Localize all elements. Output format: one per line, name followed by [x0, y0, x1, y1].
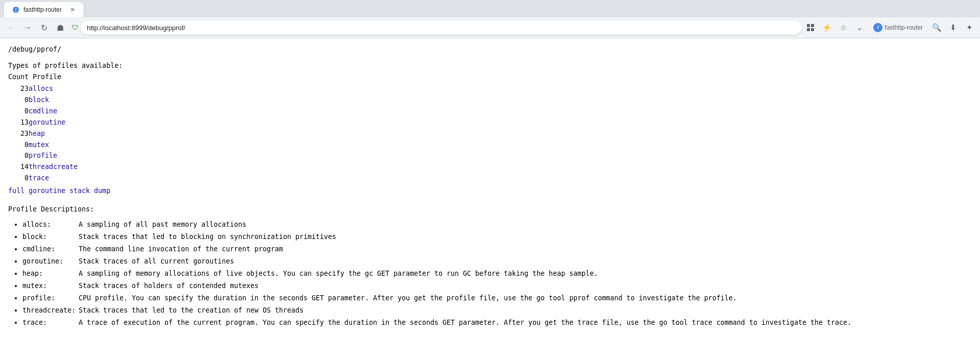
customize-icon[interactable]: ✦ [963, 21, 976, 34]
profile-cell: goroutine [29, 117, 78, 128]
desc-name: cmdline: [22, 243, 79, 255]
address-bar[interactable] [81, 20, 802, 35]
count-profile-header: Count Profile [8, 72, 972, 82]
table-row: 0 profile [8, 150, 78, 161]
page-title: /debug/pprof/ [8, 44, 972, 55]
desc-name: mutex: [22, 280, 79, 292]
desc-text: A sampling of memory allocations of live… [79, 270, 598, 277]
page-content: /debug/pprof/ Types of profiles availabl… [0, 38, 980, 335]
desc-text: Stack traces that led to blocking on syn… [79, 233, 336, 241]
profile-link[interactable]: heap [29, 130, 45, 137]
list-item: threadcreate:Stack traces that led to th… [22, 304, 972, 317]
tab-title: fasthttp-router [23, 6, 62, 13]
list-item: trace:A trace of execution of the curren… [22, 317, 972, 329]
descriptions-list: allocs:A sampling of all past memory all… [8, 219, 972, 328]
list-item: mutex:Stack traces of holders of contend… [22, 280, 972, 292]
download-icon[interactable]: ⬇ [946, 21, 960, 34]
count-cell: 14 [8, 161, 29, 173]
toolbar-right: ⚡ ☆ ⌄ f fasthttp-router 🔍 ⬇ ✦ [804, 21, 976, 34]
reload-button[interactable]: ↻ [37, 20, 51, 35]
svg-rect-4 [807, 28, 810, 31]
profile-cell: heap [29, 128, 78, 139]
count-cell: 0 [8, 173, 29, 184]
desc-name: profile: [22, 292, 79, 304]
bookmark-icon[interactable]: ☆ [836, 21, 850, 34]
back-button[interactable]: ← [4, 20, 18, 35]
desc-text: Stack traces of all current goroutines [79, 257, 234, 265]
table-row: 23 heap [8, 128, 78, 139]
profile-cell: trace [29, 173, 78, 184]
profile-table: 23 allocs 0 block 0 cmdline 13 goroutine… [8, 83, 78, 184]
profile-link[interactable]: cmdline [29, 107, 57, 115]
desc-text: Stack traces that led to the creation of… [79, 306, 303, 314]
extensions-grid-icon[interactable] [804, 21, 817, 34]
tab-close-icon[interactable]: ✕ [70, 6, 75, 13]
home-button[interactable]: ☗ [53, 20, 67, 35]
profile-cell: mutex [29, 139, 78, 151]
profile-link[interactable]: trace [29, 174, 49, 182]
desc-name: trace: [22, 317, 79, 329]
list-item: cmdline:The command line invocation of t… [22, 243, 972, 255]
forward-button[interactable]: → [20, 20, 35, 35]
desc-text: A sampling of all past memory allocation… [79, 221, 246, 228]
profile-link[interactable]: mutex [29, 141, 49, 149]
profile-link[interactable]: allocs [29, 85, 53, 92]
desc-text: A trace of execution of the current prog… [79, 319, 851, 326]
extension-avatar: f [873, 23, 882, 32]
types-header: Types of profiles available: [8, 61, 972, 71]
count-cell: 0 [8, 106, 29, 117]
profile-link[interactable]: goroutine [29, 118, 65, 126]
profile-cell: threadcreate [29, 161, 78, 173]
profile-link[interactable]: profile [29, 152, 57, 159]
performance-icon[interactable]: ⚡ [820, 21, 833, 34]
full-dump-link[interactable]: full goroutine stack dump [8, 186, 972, 196]
list-item: goroutine:Stack traces of all current go… [22, 255, 972, 268]
search-icon[interactable]: 🔍 [930, 21, 943, 34]
count-cell: 13 [8, 117, 29, 128]
tab-favicon: f [12, 6, 19, 13]
desc-text: CPU profile. You can specify the duratio… [79, 294, 737, 302]
bookmark-menu-icon[interactable]: ⌄ [853, 21, 866, 34]
desc-text: The command line invocation of the curre… [79, 245, 283, 253]
count-cell: 0 [8, 150, 29, 161]
table-row: 0 mutex [8, 139, 78, 151]
desc-name: threadcreate: [22, 304, 79, 317]
desc-text: Stack traces of holders of contended mut… [79, 282, 258, 290]
profile-link[interactable]: block [29, 96, 49, 104]
list-item: allocs:A sampling of all past memory all… [22, 219, 972, 231]
svg-rect-3 [811, 24, 814, 27]
count-cell: 23 [8, 128, 29, 139]
desc-name: allocs: [22, 219, 79, 231]
table-row: 23 allocs [8, 83, 78, 94]
table-row: 13 goroutine [8, 117, 78, 128]
profile-cell: allocs [29, 83, 78, 94]
svg-rect-5 [811, 28, 814, 31]
list-item: block:Stack traces that led to blocking … [22, 231, 972, 243]
profile-link[interactable]: threadcreate [29, 163, 78, 171]
list-item: heap:A sampling of memory allocations of… [22, 268, 972, 280]
table-row: 0 trace [8, 173, 78, 184]
security-icon: 🛡 [71, 23, 79, 32]
list-item: profile:CPU profile. You can specify the… [22, 292, 972, 304]
desc-name: heap: [22, 268, 79, 280]
profile-cell: block [29, 94, 78, 106]
desc-name: block: [22, 231, 79, 243]
count-cell: 23 [8, 83, 29, 94]
tab-bar: f fasthttp-router ✕ [0, 0, 980, 17]
count-cell: 0 [8, 94, 29, 106]
extension-button[interactable]: f fasthttp-router [869, 21, 927, 34]
descriptions-header: Profile Descriptions: [8, 204, 972, 215]
profile-cell: profile [29, 150, 78, 161]
table-row: 0 cmdline [8, 106, 78, 117]
toolbar: ← → ↻ ☗ 🛡 ⚡ ☆ ⌄ f fasthttp-router [0, 17, 980, 38]
table-row: 0 block [8, 94, 78, 106]
active-tab[interactable]: f fasthttp-router ✕ [4, 2, 83, 17]
desc-name: goroutine: [22, 255, 79, 268]
table-row: 14 threadcreate [8, 161, 78, 173]
browser-chrome: f fasthttp-router ✕ ← → ↻ ☗ 🛡 ⚡ ☆ [0, 0, 980, 38]
count-cell: 0 [8, 139, 29, 151]
svg-rect-2 [807, 24, 810, 27]
extension-label: fasthttp-router [885, 24, 923, 31]
profile-cell: cmdline [29, 106, 78, 117]
